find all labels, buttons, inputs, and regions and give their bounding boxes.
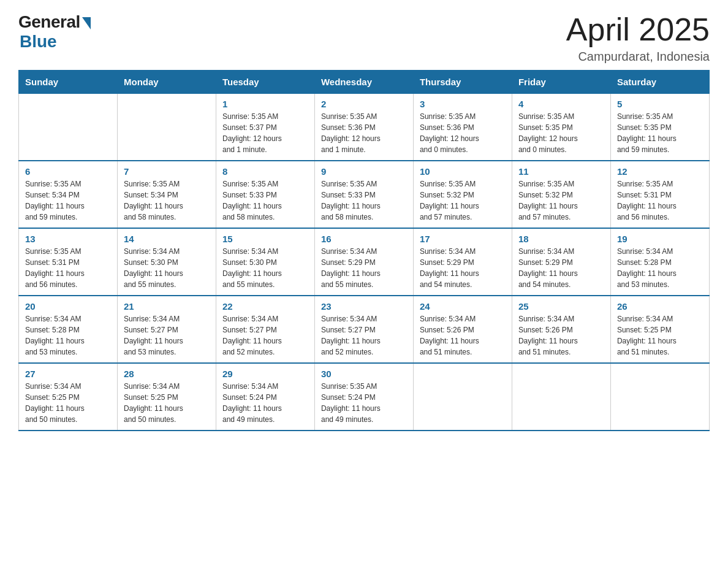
calendar-cell: 6Sunrise: 5:35 AM Sunset: 5:34 PM Daylig… — [19, 161, 118, 228]
day-info: Sunrise: 5:35 AM Sunset: 5:33 PM Dayligh… — [321, 178, 407, 223]
weekday-header: Thursday — [413, 71, 512, 94]
day-info: Sunrise: 5:34 AM Sunset: 5:29 PM Dayligh… — [518, 246, 604, 290]
day-info: Sunrise: 5:35 AM Sunset: 5:34 PM Dayligh… — [124, 178, 210, 223]
day-number: 12 — [617, 166, 703, 177]
day-info: Sunrise: 5:34 AM Sunset: 5:25 PM Dayligh… — [25, 381, 111, 425]
day-number: 28 — [124, 369, 210, 379]
day-info: Sunrise: 5:34 AM Sunset: 5:29 PM Dayligh… — [321, 246, 407, 290]
calendar-week-row: 1Sunrise: 5:35 AM Sunset: 5:37 PM Daylig… — [19, 94, 710, 161]
logo: General Blue — [18, 12, 91, 52]
calendar-cell: 14Sunrise: 5:34 AM Sunset: 5:30 PM Dayli… — [117, 228, 216, 296]
calendar-cell: 5Sunrise: 5:35 AM Sunset: 5:35 PM Daylig… — [610, 94, 709, 161]
day-number: 16 — [321, 234, 407, 244]
day-info: Sunrise: 5:34 AM Sunset: 5:25 PM Dayligh… — [617, 313, 703, 358]
calendar-cell — [19, 94, 118, 161]
logo-blue-text: Blue — [20, 32, 57, 52]
day-number: 11 — [518, 166, 604, 177]
day-info: Sunrise: 5:34 AM Sunset: 5:28 PM Dayligh… — [617, 246, 703, 290]
day-info: Sunrise: 5:35 AM Sunset: 5:35 PM Dayligh… — [518, 111, 604, 155]
calendar-cell — [117, 94, 216, 161]
calendar-header-row: SundayMondayTuesdayWednesdayThursdayFrid… — [19, 71, 710, 94]
calendar-cell: 17Sunrise: 5:34 AM Sunset: 5:29 PM Dayli… — [413, 228, 512, 296]
weekday-header: Friday — [512, 71, 610, 94]
day-number: 30 — [321, 369, 407, 379]
day-info: Sunrise: 5:35 AM Sunset: 5:31 PM Dayligh… — [25, 246, 111, 290]
calendar-cell: 11Sunrise: 5:35 AM Sunset: 5:32 PM Dayli… — [512, 161, 610, 228]
calendar-week-row: 6Sunrise: 5:35 AM Sunset: 5:34 PM Daylig… — [19, 161, 710, 228]
day-info: Sunrise: 5:35 AM Sunset: 5:33 PM Dayligh… — [222, 178, 308, 223]
weekday-header: Tuesday — [216, 71, 314, 94]
calendar-cell: 16Sunrise: 5:34 AM Sunset: 5:29 PM Dayli… — [314, 228, 413, 296]
day-info: Sunrise: 5:34 AM Sunset: 5:29 PM Dayligh… — [420, 246, 506, 290]
calendar-cell: 25Sunrise: 5:34 AM Sunset: 5:26 PM Dayli… — [512, 296, 610, 363]
day-number: 20 — [25, 301, 111, 312]
location-subtitle: Campurdarat, Indonesia — [566, 50, 710, 64]
calendar-cell: 19Sunrise: 5:34 AM Sunset: 5:28 PM Dayli… — [610, 228, 709, 296]
calendar-cell: 24Sunrise: 5:34 AM Sunset: 5:26 PM Dayli… — [413, 296, 512, 363]
day-number: 18 — [518, 234, 604, 244]
calendar-cell: 21Sunrise: 5:34 AM Sunset: 5:27 PM Dayli… — [117, 296, 216, 363]
calendar-cell — [610, 363, 709, 431]
day-info: Sunrise: 5:35 AM Sunset: 5:36 PM Dayligh… — [321, 111, 407, 155]
calendar-table: SundayMondayTuesdayWednesdayThursdayFrid… — [18, 70, 710, 431]
calendar-cell: 22Sunrise: 5:34 AM Sunset: 5:27 PM Dayli… — [216, 296, 314, 363]
calendar-cell: 2Sunrise: 5:35 AM Sunset: 5:36 PM Daylig… — [314, 94, 413, 161]
day-info: Sunrise: 5:35 AM Sunset: 5:35 PM Dayligh… — [617, 111, 703, 155]
calendar-cell: 12Sunrise: 5:35 AM Sunset: 5:31 PM Dayli… — [610, 161, 709, 228]
calendar-cell: 13Sunrise: 5:35 AM Sunset: 5:31 PM Dayli… — [19, 228, 118, 296]
calendar-week-row: 13Sunrise: 5:35 AM Sunset: 5:31 PM Dayli… — [19, 228, 710, 296]
day-number: 13 — [25, 234, 111, 244]
day-info: Sunrise: 5:34 AM Sunset: 5:26 PM Dayligh… — [420, 313, 506, 358]
calendar-cell: 29Sunrise: 5:34 AM Sunset: 5:24 PM Dayli… — [216, 363, 314, 431]
day-info: Sunrise: 5:35 AM Sunset: 5:31 PM Dayligh… — [617, 178, 703, 223]
day-number: 2 — [321, 99, 407, 109]
day-info: Sunrise: 5:34 AM Sunset: 5:27 PM Dayligh… — [124, 313, 210, 358]
day-number: 25 — [518, 301, 604, 312]
calendar-week-row: 20Sunrise: 5:34 AM Sunset: 5:28 PM Dayli… — [19, 296, 710, 363]
month-year-title: April 2025 — [566, 12, 710, 47]
calendar-cell: 4Sunrise: 5:35 AM Sunset: 5:35 PM Daylig… — [512, 94, 610, 161]
day-info: Sunrise: 5:34 AM Sunset: 5:27 PM Dayligh… — [222, 313, 308, 358]
day-number: 29 — [222, 369, 308, 379]
day-info: Sunrise: 5:34 AM Sunset: 5:26 PM Dayligh… — [518, 313, 604, 358]
calendar-cell: 28Sunrise: 5:34 AM Sunset: 5:25 PM Dayli… — [117, 363, 216, 431]
day-number: 24 — [420, 301, 506, 312]
day-number: 26 — [617, 301, 703, 312]
day-info: Sunrise: 5:34 AM Sunset: 5:24 PM Dayligh… — [222, 381, 308, 425]
day-number: 27 — [25, 369, 111, 379]
day-info: Sunrise: 5:35 AM Sunset: 5:32 PM Dayligh… — [420, 178, 506, 223]
weekday-header: Saturday — [610, 71, 709, 94]
weekday-header: Monday — [117, 71, 216, 94]
day-info: Sunrise: 5:34 AM Sunset: 5:30 PM Dayligh… — [124, 246, 210, 290]
day-info: Sunrise: 5:34 AM Sunset: 5:28 PM Dayligh… — [25, 313, 111, 358]
day-info: Sunrise: 5:34 AM Sunset: 5:25 PM Dayligh… — [124, 381, 210, 425]
calendar-cell: 1Sunrise: 5:35 AM Sunset: 5:37 PM Daylig… — [216, 94, 314, 161]
page-header: General Blue April 2025 Campurdarat, Ind… — [18, 12, 710, 64]
day-number: 10 — [420, 166, 506, 177]
day-number: 17 — [420, 234, 506, 244]
calendar-cell: 15Sunrise: 5:34 AM Sunset: 5:30 PM Dayli… — [216, 228, 314, 296]
calendar-cell: 26Sunrise: 5:34 AM Sunset: 5:25 PM Dayli… — [610, 296, 709, 363]
title-section: April 2025 Campurdarat, Indonesia — [566, 12, 710, 64]
day-info: Sunrise: 5:35 AM Sunset: 5:32 PM Dayligh… — [518, 178, 604, 223]
day-number: 4 — [518, 99, 604, 109]
day-number: 6 — [25, 166, 111, 177]
day-info: Sunrise: 5:35 AM Sunset: 5:37 PM Dayligh… — [222, 111, 308, 155]
calendar-cell: 30Sunrise: 5:35 AM Sunset: 5:24 PM Dayli… — [314, 363, 413, 431]
day-info: Sunrise: 5:34 AM Sunset: 5:30 PM Dayligh… — [222, 246, 308, 290]
calendar-cell: 9Sunrise: 5:35 AM Sunset: 5:33 PM Daylig… — [314, 161, 413, 228]
day-number: 22 — [222, 301, 308, 312]
calendar-cell: 18Sunrise: 5:34 AM Sunset: 5:29 PM Dayli… — [512, 228, 610, 296]
day-number: 14 — [124, 234, 210, 244]
day-number: 21 — [124, 301, 210, 312]
day-number: 19 — [617, 234, 703, 244]
calendar-cell: 20Sunrise: 5:34 AM Sunset: 5:28 PM Dayli… — [19, 296, 118, 363]
calendar-cell — [413, 363, 512, 431]
calendar-cell: 7Sunrise: 5:35 AM Sunset: 5:34 PM Daylig… — [117, 161, 216, 228]
day-number: 9 — [321, 166, 407, 177]
logo-triangle-icon — [82, 17, 91, 29]
day-info: Sunrise: 5:35 AM Sunset: 5:36 PM Dayligh… — [420, 111, 506, 155]
weekday-header: Sunday — [19, 71, 118, 94]
calendar-cell: 23Sunrise: 5:34 AM Sunset: 5:27 PM Dayli… — [314, 296, 413, 363]
calendar-week-row: 27Sunrise: 5:34 AM Sunset: 5:25 PM Dayli… — [19, 363, 710, 431]
